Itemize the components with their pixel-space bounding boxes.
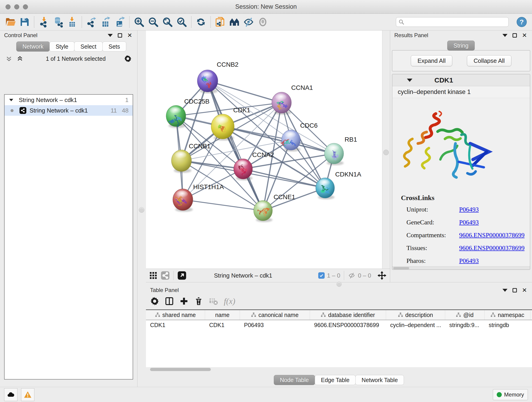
crosslink-link[interactable]: 9606.ENSP00000378699 (459, 231, 525, 239)
cloud-status-button[interactable] (4, 388, 17, 401)
float-panel-icon[interactable] (513, 33, 517, 38)
zoom-in-button[interactable] (132, 15, 146, 29)
export-network-button[interactable] (84, 15, 99, 29)
birds-eye-icon[interactable] (377, 271, 387, 280)
warning-status-button[interactable] (21, 388, 34, 401)
tab-style[interactable]: Style (50, 41, 75, 51)
column-header-6[interactable]: namespac (485, 310, 530, 320)
network-collection-row[interactable]: String Network – cdk1 1 (5, 95, 133, 105)
results-hscrollbar[interactable] (392, 266, 530, 269)
table-settings-button[interactable] (148, 295, 161, 307)
delete-table-button[interactable] (207, 295, 220, 307)
table-cell[interactable]: stringdb:9... (445, 322, 485, 328)
table-cell[interactable]: stringdb (485, 322, 530, 328)
tab-sets[interactable]: Sets (102, 41, 126, 51)
export-table-button[interactable] (99, 15, 113, 29)
open-session-button[interactable] (3, 15, 17, 29)
graph-node-RB1[interactable]: RB1 (324, 136, 357, 165)
table-cell[interactable]: CDK1 (205, 322, 240, 328)
close-panel-icon[interactable]: ✕ (522, 32, 527, 38)
crosslink-link[interactable]: P06493 (459, 257, 479, 264)
network-row[interactable]: String Network – cdk1 11 48 (5, 105, 133, 116)
table-hscrollbar[interactable] (146, 367, 532, 372)
horizontal-splitter[interactable] (146, 282, 532, 286)
table-cell[interactable]: CDK1 (146, 322, 205, 328)
collection-expander-icon[interactable] (9, 99, 13, 101)
left-splitter-handle[interactable] (139, 207, 144, 213)
network-view-mode-icon[interactable] (161, 271, 170, 280)
graph-node-HIST1H1A[interactable]: HIST1H1A (173, 183, 224, 212)
graph-node-CCNA1[interactable]: CCNA1 (272, 84, 313, 115)
collapse-all-icon[interactable] (6, 55, 12, 62)
delete-column-button[interactable] (192, 295, 205, 307)
zoom-fit-button[interactable] (160, 15, 175, 29)
grid-view-icon[interactable] (149, 271, 157, 280)
collapse-all-button[interactable]: Collapse All (467, 55, 511, 66)
memory-button[interactable]: Memory (493, 389, 528, 400)
detach-view-icon[interactable] (177, 271, 186, 280)
zoom-out-button[interactable] (146, 15, 160, 29)
table-cell[interactable]: cyclin–dependent ... (386, 322, 445, 328)
function-builder-button[interactable]: f(x) (224, 296, 235, 306)
selected-checkbox-icon[interactable] (318, 272, 325, 279)
panel-menu-icon[interactable] (502, 34, 507, 37)
right-splitter-handle[interactable] (383, 150, 389, 155)
search-input[interactable] (406, 19, 506, 26)
entry-expander-icon[interactable] (407, 79, 412, 82)
tab-network[interactable]: Network (16, 41, 50, 51)
column-header-4[interactable]: description (386, 310, 445, 320)
tab-node-table[interactable]: Node Table (274, 375, 315, 385)
export-image-button[interactable] (113, 15, 127, 29)
neighbors-button[interactable] (227, 15, 241, 29)
import-table-button[interactable] (65, 15, 79, 29)
close-panel-icon[interactable]: ✕ (522, 287, 527, 293)
panel-menu-icon[interactable] (108, 34, 113, 37)
results-hscrollbar-thumb[interactable] (393, 267, 409, 269)
left-splitter[interactable] (138, 31, 146, 387)
show-graphics-button[interactable] (256, 15, 270, 29)
column-header-3[interactable]: database identifier (310, 310, 386, 320)
crosslink-link[interactable]: P06493 (459, 206, 479, 213)
graph-node-CCNB1[interactable]: CCNB1 (171, 143, 210, 173)
add-column-button[interactable] (177, 295, 190, 307)
table-row[interactable]: CDK1CDK1P064939606.ENSP00000378699cyclin… (146, 320, 532, 330)
table-tabs: Node Table Edge Table Network Table (146, 375, 532, 385)
network-graph[interactable]: CCNB2CCNA1CDC25BCDK1CDC6RB1CCNB1CCNA2CDK… (146, 31, 390, 269)
expand-all-button[interactable]: Expand All (411, 55, 452, 66)
entry-header[interactable]: CDK1 (392, 74, 530, 86)
crosslink-link[interactable]: P06493 (459, 219, 479, 226)
table-hscrollbar-thumb[interactable] (150, 368, 211, 371)
clone-network-button[interactable] (213, 15, 227, 29)
horizontal-splitter-handle[interactable] (336, 282, 342, 287)
refresh-button[interactable] (194, 15, 208, 29)
table-cell[interactable]: 9606.ENSP00000378699 (310, 322, 386, 328)
tab-string[interactable]: String (447, 41, 475, 51)
tab-network-table[interactable]: Network Table (355, 375, 404, 385)
gear-icon[interactable] (124, 55, 132, 63)
float-panel-icon[interactable] (513, 288, 517, 293)
help-button[interactable]: ? (515, 15, 529, 29)
close-panel-icon[interactable]: ✕ (127, 32, 132, 38)
expand-all-icon[interactable] (17, 55, 23, 62)
column-header-1[interactable]: name (205, 310, 240, 320)
right-splitter[interactable] (382, 31, 390, 269)
float-panel-icon[interactable] (118, 33, 122, 38)
search-box[interactable] (396, 17, 509, 27)
column-header-2[interactable]: canonical name (240, 310, 310, 320)
import-network-file-button[interactable] (37, 15, 51, 29)
tab-edge-table[interactable]: Edge Table (315, 375, 356, 385)
graph-node-CCNE1[interactable]: CCNE1 (254, 193, 295, 222)
save-session-button[interactable] (17, 15, 32, 29)
panel-menu-icon[interactable] (502, 289, 507, 292)
hide-graphics-button[interactable] (241, 15, 256, 29)
network-canvas[interactable]: CCNB2CCNA1CDC25BCDK1CDC6RB1CCNB1CCNA2CDK… (146, 31, 390, 269)
column-header-0[interactable]: shared name (146, 310, 205, 320)
column-header-5[interactable]: @id (445, 310, 485, 320)
show-columns-button[interactable] (163, 295, 176, 307)
crosslink-link[interactable]: 9606.ENSP00000378699 (459, 244, 525, 252)
table-cell[interactable]: P06493 (240, 322, 310, 328)
import-network-database-button[interactable] (51, 15, 65, 29)
zoom-selected-button[interactable] (175, 15, 189, 29)
tab-select[interactable]: Select (74, 41, 102, 51)
graph-node-CDKN1A[interactable]: CDKN1A (316, 171, 361, 199)
